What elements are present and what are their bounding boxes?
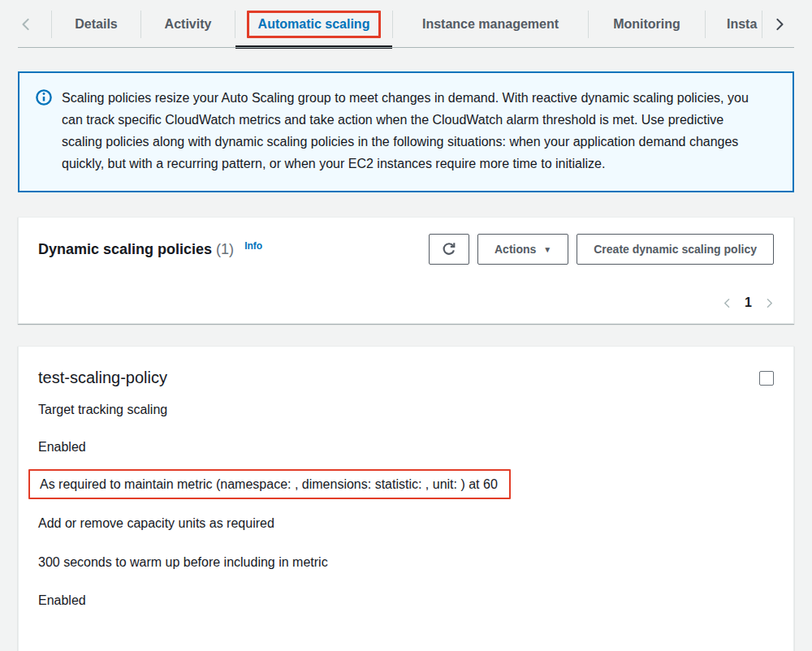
policy-warmup-status: Enabled	[38, 593, 774, 608]
panel-header: Dynamic scaling policies (1) Info Action…	[38, 234, 774, 265]
tab-bar: Details Activity Automatic scaling Insta…	[0, 0, 812, 49]
previous-page-button[interactable]	[723, 296, 732, 310]
refresh-icon	[442, 242, 456, 257]
actions-button[interactable]: Actions ▼	[477, 234, 568, 265]
tabs-scroll-right-button[interactable]	[762, 0, 810, 49]
tabs-scroll-left-button[interactable]	[0, 0, 51, 49]
tab-monitoring[interactable]: Monitoring	[589, 0, 705, 49]
panel-title: Dynamic scaling policies (1) Info	[38, 240, 262, 258]
policy-metric-line: As required to maintain metric (namespac…	[40, 476, 498, 492]
dynamic-scaling-policies-panel: Dynamic scaling policies (1) Info Action…	[18, 217, 794, 324]
create-dynamic-scaling-policy-button[interactable]: Create dynamic scaling policy	[577, 234, 774, 265]
policy-status: Enabled	[38, 439, 774, 455]
tab-instance-management[interactable]: Instance management	[393, 0, 588, 49]
annotation-box-metric-line: As required to maintain metric (namespac…	[28, 469, 511, 499]
chevron-right-icon	[765, 296, 774, 310]
tab-details[interactable]: Details	[52, 0, 140, 49]
chevron-left-icon	[20, 17, 32, 32]
tab-instance-refresh-truncated[interactable]: Insta	[706, 0, 762, 49]
panel-title-text: Dynamic scaling policies	[38, 241, 212, 257]
tab-activity[interactable]: Activity	[141, 0, 235, 49]
tab-bar-divider	[18, 47, 794, 48]
info-banner: Scaling policies resize your Auto Scalin…	[18, 71, 794, 192]
chevron-left-icon	[723, 296, 732, 310]
tab-label: Insta	[727, 17, 757, 32]
tab-label: Monitoring	[613, 17, 680, 32]
policy-type: Target tracking scaling	[38, 402, 774, 417]
scaling-policy-card: test-scaling-policy Target tracking scal…	[18, 346, 794, 651]
tab-label: Instance management	[422, 17, 559, 32]
policy-checkbox[interactable]	[759, 371, 774, 386]
policy-card-header: test-scaling-policy	[38, 364, 774, 387]
tab-label: Activity	[165, 17, 212, 32]
info-icon	[36, 89, 52, 106]
pagination: 1	[38, 295, 774, 310]
caret-down-icon: ▼	[543, 246, 551, 254]
panel-count: (1)	[216, 241, 234, 257]
policy-capacity-line: Add or remove capacity units as required	[38, 515, 774, 531]
chevron-right-icon	[774, 17, 785, 32]
annotation-box-active-tab: Automatic scaling	[247, 11, 382, 38]
create-button-label: Create dynamic scaling policy	[594, 243, 757, 256]
tab-label: Details	[75, 17, 117, 32]
panel-actions: Actions ▼ Create dynamic scaling policy	[429, 234, 774, 265]
actions-button-label: Actions	[495, 243, 536, 256]
next-page-button[interactable]	[765, 296, 774, 310]
info-link[interactable]: Info	[244, 240, 262, 252]
refresh-button[interactable]	[429, 234, 469, 265]
policy-warmup-line: 300 seconds to warm up before including …	[38, 554, 774, 570]
current-page-number: 1	[745, 295, 752, 310]
tab-automatic-scaling[interactable]: Automatic scaling	[235, 0, 392, 49]
info-banner-text: Scaling policies resize your Auto Scalin…	[62, 87, 754, 175]
policy-name: test-scaling-policy	[38, 368, 167, 387]
